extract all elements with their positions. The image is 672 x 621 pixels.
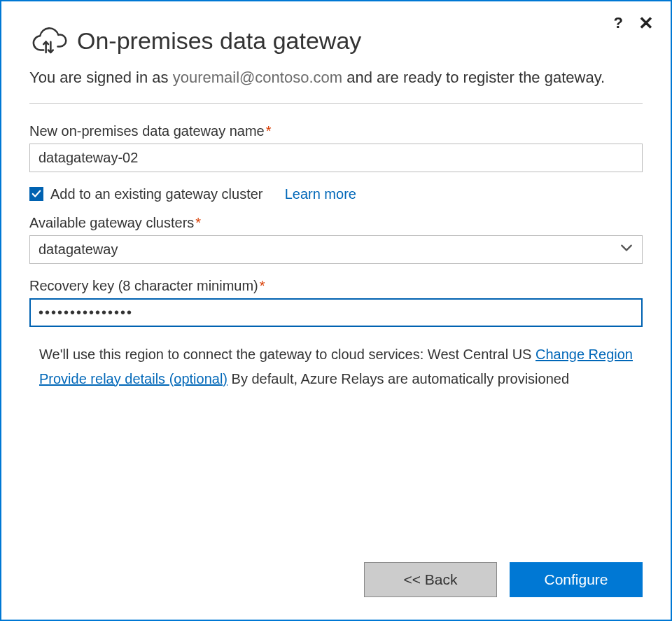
region-prefix: We'll use this region to connect the gat… <box>39 347 428 362</box>
page-title: On-premises data gateway <box>77 27 361 55</box>
cloud-gateway-icon <box>29 24 67 57</box>
region-name: West Central US <box>428 347 536 362</box>
change-region-link[interactable]: Change Region <box>536 347 633 362</box>
region-line: We'll use this region to connect the gat… <box>39 342 643 367</box>
clusters-label: Available gateway clusters* <box>29 215 643 231</box>
clusters-select[interactable]: datagateway <box>29 235 643 264</box>
required-marker: * <box>260 278 265 293</box>
back-button[interactable]: << Back <box>364 562 497 597</box>
required-marker: * <box>266 123 272 139</box>
relay-suffix: By default, Azure Relays are automatical… <box>227 371 569 386</box>
close-icon[interactable]: ✕ <box>638 14 654 32</box>
gateway-name-label-text: New on-premises data gateway name <box>29 123 265 139</box>
configure-button[interactable]: Configure <box>510 562 643 597</box>
title-row: On-premises data gateway <box>29 24 643 57</box>
add-cluster-label: Add to an existing gateway cluster <box>50 186 263 202</box>
gateway-name-label: New on-premises data gateway name* <box>29 123 643 139</box>
relay-line: Provide relay details (optional) By defa… <box>39 367 643 391</box>
signed-in-email: youremail@contoso.com <box>173 69 342 86</box>
add-cluster-row: Add to an existing gateway cluster Learn… <box>29 186 643 202</box>
info-block: We'll use this region to connect the gat… <box>29 342 643 391</box>
button-row: << Back Configure <box>364 562 643 597</box>
signed-in-status: You are signed in as youremail@contoso.c… <box>29 67 643 104</box>
help-icon[interactable]: ? <box>614 15 623 31</box>
form-area: New on-premises data gateway name* Add t… <box>29 123 643 391</box>
signed-in-suffix: and are ready to register the gateway. <box>342 69 605 86</box>
add-cluster-checkbox[interactable] <box>29 187 43 201</box>
clusters-select-wrap: datagateway <box>29 235 643 264</box>
gateway-name-input[interactable] <box>29 144 643 172</box>
recovery-key-input[interactable] <box>29 298 643 327</box>
recovery-key-label: Recovery key (8 character minimum)* <box>29 278 643 294</box>
signed-in-prefix: You are signed in as <box>29 69 173 86</box>
relay-details-link[interactable]: Provide relay details (optional) <box>39 371 227 386</box>
recovery-key-label-text: Recovery key (8 character minimum) <box>29 278 258 293</box>
gateway-config-window: ? ✕ On-premises data gateway You are sig… <box>0 0 672 621</box>
required-marker: * <box>195 215 201 230</box>
learn-more-link[interactable]: Learn more <box>285 186 356 202</box>
clusters-label-text: Available gateway clusters <box>29 215 194 230</box>
window-controls: ? ✕ <box>614 14 654 32</box>
